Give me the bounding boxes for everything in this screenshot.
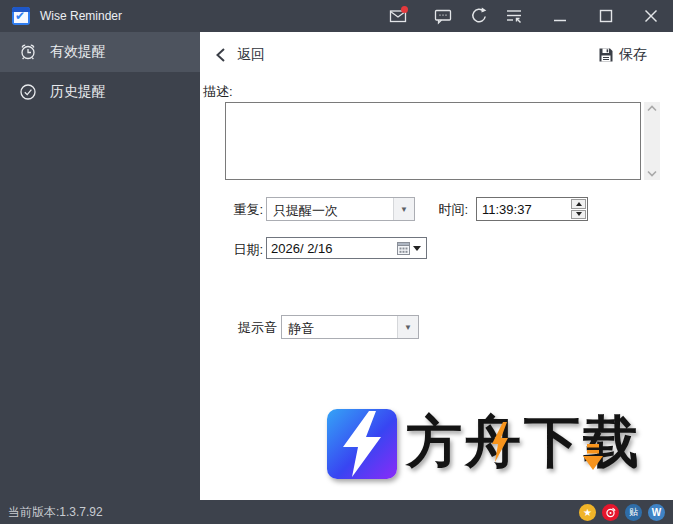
tray-icon[interactable] <box>503 0 525 32</box>
social-links: ★ 贴 W <box>579 500 665 524</box>
sidebar-item-active-reminders[interactable]: 有效提醒 <box>0 32 200 72</box>
watermark: 方舟下载 <box>318 404 668 488</box>
sidebar: 有效提醒 历史提醒 <box>0 32 200 500</box>
minimize-icon[interactable] <box>549 0 571 32</box>
description-textarea[interactable] <box>225 102 641 180</box>
star-icon[interactable]: ★ <box>579 504 596 521</box>
date-input[interactable] <box>267 241 397 256</box>
sidebar-item-label: 有效提醒 <box>50 43 106 61</box>
version-text: 当前版本:1.3.7.92 <box>8 504 103 521</box>
sound-value: 静音 <box>282 316 397 338</box>
tieba-icon[interactable]: 贴 <box>625 504 642 521</box>
sidebar-item-label: 历史提醒 <box>50 83 106 101</box>
date-field[interactable] <box>266 237 427 259</box>
edit-reminder-pane: 返回 保存 描述: 重复: 只提醒一次 <box>200 32 673 500</box>
refresh-icon[interactable] <box>468 0 490 32</box>
repeat-value: 只提醒一次 <box>267 198 393 220</box>
titlebar: ✔ Wise Reminder <box>0 0 673 32</box>
repeat-label: 重复: <box>200 201 263 219</box>
app-window: ✔ Wise Reminder <box>0 0 673 524</box>
app-logo-icon: ✔ <box>12 7 30 25</box>
floppy-disk-icon <box>598 47 614 63</box>
notification-badge <box>401 6 408 13</box>
back-label: 返回 <box>237 46 265 64</box>
weibo-icon[interactable] <box>602 504 619 521</box>
sound-dropdown[interactable]: 静音 ▼ <box>281 315 419 339</box>
sound-label: 提示音 <box>200 319 277 337</box>
maximize-icon[interactable] <box>595 0 617 32</box>
w-icon[interactable]: W <box>648 504 665 521</box>
mail-icon[interactable] <box>387 0 409 32</box>
watermark-text: 方舟下载 <box>406 405 642 481</box>
date-label: 日期: <box>200 241 263 259</box>
scroll-down-icon[interactable] <box>647 170 657 177</box>
alarm-clock-icon <box>18 42 38 62</box>
calendar-icon[interactable] <box>397 242 410 255</box>
sidebar-item-history-reminders[interactable]: 历史提醒 <box>0 72 200 112</box>
textarea-scrollbar[interactable] <box>644 102 660 180</box>
spin-up-button[interactable] <box>571 199 586 209</box>
window-title: Wise Reminder <box>40 0 122 32</box>
back-button[interactable]: 返回 <box>214 42 265 68</box>
fangzhou-logo-icon <box>327 409 397 479</box>
close-icon[interactable] <box>640 0 662 32</box>
repeat-dropdown[interactable]: 只提醒一次 ▼ <box>266 197 415 221</box>
check-circle-icon <box>18 82 38 102</box>
calendar-dropdown-icon[interactable] <box>413 246 421 251</box>
download-arrow-icon <box>582 442 604 472</box>
feedback-icon[interactable] <box>432 0 454 32</box>
description-label: 描述: <box>203 83 233 101</box>
time-spinner <box>570 198 587 220</box>
scroll-up-icon[interactable] <box>647 105 657 112</box>
lightning-icon <box>490 422 510 462</box>
statusbar: 当前版本:1.3.7.92 ★ 贴 W <box>0 500 673 524</box>
chevron-down-icon[interactable]: ▼ <box>397 316 418 338</box>
save-button[interactable]: 保存 <box>598 42 647 68</box>
time-label: 时间: <box>405 201 468 219</box>
save-label: 保存 <box>619 46 647 64</box>
chevron-left-icon <box>214 47 228 63</box>
time-field[interactable] <box>476 197 588 221</box>
time-input[interactable] <box>477 198 570 220</box>
spin-down-button[interactable] <box>571 210 586 220</box>
